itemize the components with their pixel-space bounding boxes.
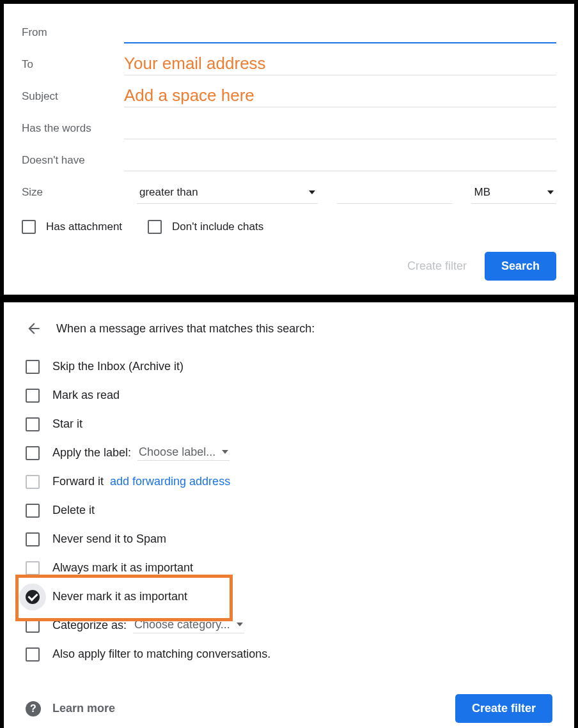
checkbox-apply_existing[interactable] — [26, 647, 40, 662]
action-star: Star it — [26, 410, 552, 438]
has-attachment-option: Has attachment — [22, 220, 122, 234]
label-to: To — [22, 58, 124, 71]
button-row: Create filter Search — [22, 252, 556, 281]
label-always_important: Always mark it as important — [52, 561, 193, 575]
input-from[interactable] — [124, 22, 556, 43]
label-never_spam: Never send it to Spam — [52, 532, 166, 546]
action-apply_label: Apply the label:Choose label... — [26, 438, 552, 467]
input-subject[interactable] — [124, 86, 556, 107]
label-has-words: Has the words — [22, 122, 124, 135]
action-always_important: Always mark it as important — [26, 554, 552, 582]
filter-actions-panel: When a message arrives that matches this… — [0, 298, 578, 728]
size-unit-value: MB — [474, 186, 490, 199]
checkbox-delete[interactable] — [26, 504, 40, 518]
label-size: Size — [22, 186, 118, 199]
label-from: From — [22, 26, 124, 39]
input-has-words[interactable] — [124, 118, 556, 139]
action-never_important: Never mark it as important — [26, 582, 552, 611]
dont-include-chats-label: Don't include chats — [172, 221, 263, 233]
row-from: From — [22, 17, 556, 49]
size-operator-select[interactable]: greater than — [137, 181, 318, 204]
label-mark_read: Mark as read — [52, 389, 120, 402]
search-criteria-panel: From To Your email address Subject Add a… — [0, 0, 578, 298]
action-apply_existing: Also apply filter to matching conversati… — [26, 640, 552, 669]
size-value-input[interactable] — [337, 181, 452, 204]
label-star: Star it — [52, 417, 82, 431]
select-categorize[interactable]: Choose category... — [133, 618, 244, 633]
checkbox-apply_label[interactable] — [26, 446, 40, 460]
checkbox-never_spam[interactable] — [26, 532, 40, 546]
input-doesnt-have[interactable] — [124, 150, 556, 171]
learn-more-label: Learn more — [52, 702, 115, 715]
action-mark_read: Mark as read — [26, 381, 552, 410]
checkbox-never_important[interactable] — [26, 590, 40, 604]
select-apply_label[interactable]: Choose label... — [137, 445, 230, 461]
link-forward[interactable]: add forwarding address — [110, 475, 230, 488]
filter-footer-row: ? Learn more Create filter — [26, 694, 552, 723]
caret-down-icon — [237, 623, 243, 626]
caret-down-icon — [309, 190, 315, 194]
label-forward: Forward it — [52, 475, 104, 488]
caret-down-icon — [547, 190, 554, 194]
action-never_spam: Never send it to Spam — [26, 525, 552, 554]
label-apply_existing: Also apply filter to matching conversati… — [52, 647, 270, 661]
size-unit-select[interactable]: MB — [471, 181, 556, 204]
row-doesnt-have: Doesn't have — [22, 144, 556, 176]
checkbox-always_important — [26, 561, 40, 575]
size-operator-value: greater than — [139, 186, 198, 199]
row-size: Size greater than MB — [22, 176, 556, 208]
input-to[interactable] — [124, 54, 556, 75]
label-skip_inbox: Skip the Inbox (Archive it) — [52, 360, 184, 373]
row-subject: Subject Add a space here — [22, 81, 556, 112]
dont-include-chats-option: Don't include chats — [148, 220, 263, 234]
label-categorize: Categorize as: — [52, 619, 127, 632]
search-button[interactable]: Search — [485, 252, 556, 281]
create-filter-link[interactable]: Create filter — [407, 259, 467, 273]
checkbox-row: Has attachment Don't include chats — [22, 220, 556, 234]
label-subject: Subject — [22, 90, 124, 103]
checkbox-skip_inbox[interactable] — [26, 360, 40, 374]
checkbox-forward — [26, 475, 40, 489]
label-never_important: Never mark it as important — [52, 590, 187, 603]
label-doesnt-have: Doesn't have — [22, 154, 124, 167]
filter-header-row: When a message arrives that matches this… — [26, 320, 552, 337]
action-categorize: Categorize as:Choose category... — [26, 611, 552, 640]
label-delete: Delete it — [52, 504, 95, 517]
checkbox-star[interactable] — [26, 417, 40, 431]
row-to: To Your email address — [22, 49, 556, 81]
has-attachment-label: Has attachment — [46, 221, 122, 233]
has-attachment-checkbox[interactable] — [22, 220, 36, 234]
action-skip_inbox: Skip the Inbox (Archive it) — [26, 352, 552, 381]
filter-action-list: Skip the Inbox (Archive it)Mark as readS… — [26, 352, 552, 669]
checkbox-mark_read[interactable] — [26, 389, 40, 403]
action-forward: Forward itadd forwarding address — [26, 467, 552, 496]
dont-include-chats-checkbox[interactable] — [148, 220, 162, 234]
checkbox-categorize[interactable] — [26, 619, 40, 633]
create-filter-button[interactable]: Create filter — [455, 694, 552, 723]
help-icon: ? — [26, 701, 41, 716]
filter-header-text: When a message arrives that matches this… — [56, 322, 315, 336]
row-has-words: Has the words — [22, 112, 556, 144]
back-arrow-icon[interactable] — [26, 320, 42, 337]
label-apply_label: Apply the label: — [52, 446, 131, 460]
action-delete: Delete it — [26, 496, 552, 525]
caret-down-icon — [222, 450, 228, 454]
learn-more-link[interactable]: ? Learn more — [26, 701, 115, 716]
